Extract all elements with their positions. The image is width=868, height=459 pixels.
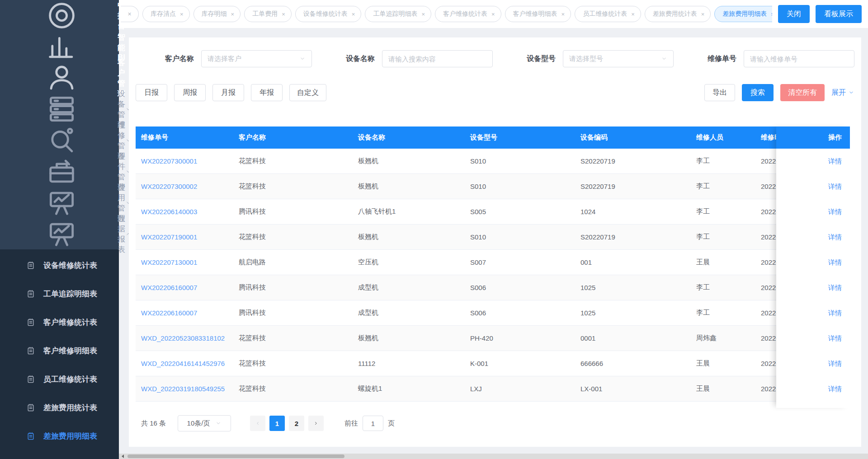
detail-link[interactable]: 详情 bbox=[828, 385, 842, 393]
next-page-button[interactable] bbox=[308, 416, 324, 431]
filter-input[interactable] bbox=[744, 50, 854, 67]
sheet-icon bbox=[26, 318, 35, 327]
close-icon[interactable]: × bbox=[561, 11, 565, 18]
report-period-button[interactable]: 月报 bbox=[212, 84, 244, 101]
sidebar-submenu-item[interactable]: 客户维修统计表 bbox=[0, 308, 119, 337]
device-cell: 空压机 bbox=[353, 258, 465, 267]
sidebar-menu-item[interactable]: 智能BI bbox=[0, 31, 119, 62]
sidebar-menu-item[interactable]: 设备管理 bbox=[0, 94, 119, 125]
tab[interactable]: 员工维修统计表 × bbox=[575, 6, 641, 22]
filter-input[interactable] bbox=[382, 50, 493, 67]
scroll-left-arrow-icon[interactable] bbox=[119, 454, 126, 459]
report-period-button[interactable]: 年报 bbox=[251, 84, 283, 101]
tab[interactable]: 库存明细 × bbox=[193, 6, 241, 22]
order-no-link[interactable]: WX202206160007 bbox=[141, 309, 197, 317]
tab-label: 工单费用 bbox=[252, 10, 278, 18]
tab[interactable]: 客户维修统计表 × bbox=[435, 6, 501, 22]
report-period-button[interactable]: 周报 bbox=[174, 84, 206, 101]
order-no-link[interactable]: WX202207300001 bbox=[141, 157, 197, 165]
detail-link[interactable]: 详情 bbox=[828, 360, 842, 368]
sidebar-submenu-item[interactable]: 员工维修统计表 bbox=[0, 365, 119, 393]
tab[interactable]: 工单追踪明细表 × bbox=[365, 6, 431, 22]
sidebar-submenu-item[interactable]: 差旅费用明细表 bbox=[0, 422, 119, 450]
detail-link[interactable]: 详情 bbox=[828, 183, 842, 191]
sidebar-submenu-item[interactable]: 差旅费用统计表 bbox=[0, 393, 119, 422]
tab[interactable]: 客户维修明细表 × bbox=[505, 6, 571, 22]
page-number-button[interactable]: 2 bbox=[289, 416, 304, 431]
table-header: 维修单号客户名称设备名称设备型号设备编码维修人员维修时间 bbox=[136, 126, 850, 149]
detail-link[interactable]: 详情 bbox=[828, 208, 842, 216]
tab[interactable]: 差旅费用统计表 × bbox=[645, 6, 711, 22]
order-no-link[interactable]: WX202207190001 bbox=[141, 233, 197, 241]
code-cell: 1025 bbox=[575, 284, 691, 291]
scrollbar-thumb[interactable] bbox=[127, 454, 344, 458]
close-icon[interactable]: × bbox=[180, 11, 184, 18]
filter-field: 设备名称 bbox=[346, 50, 493, 67]
close-icon[interactable]: × bbox=[282, 11, 285, 18]
sidebar-submenu-item[interactable]: 设备维修统计表 bbox=[0, 251, 119, 280]
horizontal-scrollbar[interactable] bbox=[119, 454, 868, 459]
detail-link[interactable]: 详情 bbox=[828, 258, 842, 267]
tab[interactable]: 差旅费用明细表 × bbox=[714, 6, 772, 22]
close-icon[interactable]: × bbox=[491, 11, 495, 18]
goto-page-input[interactable] bbox=[363, 416, 383, 431]
filter-select[interactable]: 请选择客户 bbox=[201, 50, 312, 67]
tab-partial[interactable]: × bbox=[121, 6, 139, 22]
close-icon[interactable]: × bbox=[421, 11, 425, 18]
page-number-button[interactable]: 1 bbox=[269, 416, 285, 431]
device-cell: 11112 bbox=[353, 360, 465, 367]
customer-cell: 花篮科技 bbox=[233, 359, 353, 368]
tab[interactable]: 设备维修统计表 × bbox=[295, 6, 362, 22]
detail-link[interactable]: 详情 bbox=[828, 334, 842, 343]
device-cell: 螺旋机1 bbox=[353, 384, 465, 393]
order-no-link[interactable]: WXD_20220416141452976 bbox=[141, 360, 225, 367]
table-row: WXD_20220523083318102 花篮科技 板翘机 PH-420 00… bbox=[136, 326, 850, 351]
code-cell: 1024 bbox=[575, 208, 691, 215]
tab[interactable]: 工单费用 × bbox=[244, 6, 292, 22]
tab-list: × 库存清点 × 库存明细 × 工单费用 × 设备维修统计表 × bbox=[121, 6, 772, 22]
code-cell: 666666 bbox=[575, 360, 691, 367]
submenu-item-label: 设备维修统计表 bbox=[43, 260, 97, 271]
order-no-link[interactable]: WX202207130001 bbox=[141, 258, 197, 266]
close-icon[interactable]: × bbox=[231, 11, 235, 18]
detail-link[interactable]: 详情 bbox=[828, 157, 842, 166]
order-no-cell: WXD_20220416141452976 bbox=[136, 360, 233, 367]
close-icon[interactable]: × bbox=[701, 11, 705, 18]
order-no-link[interactable]: WXD_20220319180549255 bbox=[141, 385, 225, 393]
report-period-button[interactable]: 自定义 bbox=[289, 84, 326, 101]
close-button[interactable]: 关闭 bbox=[778, 5, 810, 23]
detail-link[interactable]: 详情 bbox=[828, 309, 842, 318]
filter-field: 维修单号 bbox=[708, 50, 854, 67]
sidebar-menu-item[interactable]: 客户管理 bbox=[0, 62, 119, 94]
sidebar-submenu-item[interactable]: 客户维修明细表 bbox=[0, 337, 119, 365]
order-no-link[interactable]: WX202206160007 bbox=[141, 284, 197, 291]
sidebar-menu-item[interactable]: 费用管理 bbox=[0, 187, 119, 218]
close-icon[interactable]: × bbox=[771, 11, 772, 18]
filter-select[interactable]: 请选择型号 bbox=[563, 50, 674, 67]
tab[interactable]: 库存清点 × bbox=[142, 6, 190, 22]
filter-label: 维修单号 bbox=[708, 54, 736, 64]
close-icon[interactable]: × bbox=[127, 10, 131, 18]
order-no-link[interactable]: WX202207300002 bbox=[141, 183, 197, 190]
sidebar-menu-item[interactable]: 备件管理 bbox=[0, 156, 119, 187]
expand-toggle[interactable]: 展开 bbox=[831, 88, 854, 98]
action-cell: 详情 bbox=[776, 149, 850, 174]
sidebar-menu-item[interactable]: 中控台 bbox=[0, 0, 119, 31]
sidebar-menu-item[interactable]: 数据报表 bbox=[0, 218, 119, 249]
page-size-select[interactable]: 10条/页 bbox=[178, 415, 231, 431]
prev-page-button[interactable] bbox=[250, 416, 265, 431]
detail-link[interactable]: 详情 bbox=[828, 284, 842, 292]
bi-icon bbox=[14, 31, 110, 62]
sidebar-menu-item[interactable]: 维修管理 bbox=[0, 125, 119, 156]
export-button[interactable]: 导出 bbox=[704, 84, 735, 101]
close-icon[interactable]: × bbox=[631, 11, 635, 18]
search-button[interactable]: 搜索 bbox=[742, 84, 774, 101]
detail-link[interactable]: 详情 bbox=[828, 233, 842, 242]
order-no-link[interactable]: WXD_20220523083318102 bbox=[141, 334, 225, 342]
board-display-button[interactable]: 看板展示 bbox=[816, 5, 862, 23]
sidebar-submenu-item[interactable]: 工单追踪明细表 bbox=[0, 280, 119, 308]
order-no-link[interactable]: WX202206140003 bbox=[141, 208, 197, 215]
report-period-button[interactable]: 日报 bbox=[136, 84, 167, 101]
close-icon[interactable]: × bbox=[352, 11, 355, 18]
clear-all-button[interactable]: 清空所有 bbox=[780, 84, 825, 101]
